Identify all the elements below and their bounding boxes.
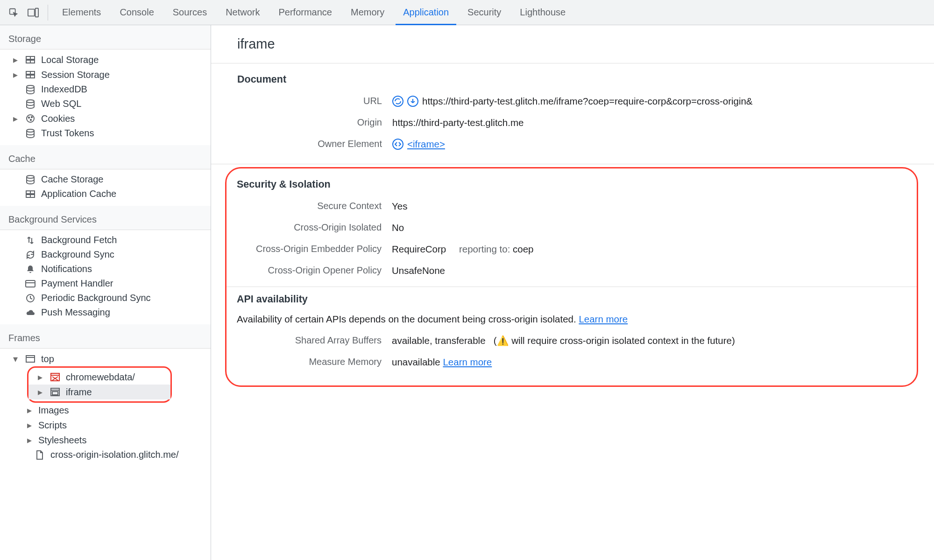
- sidebar-item-cache-storage[interactable]: Cache Storage: [4, 172, 207, 187]
- tab-security[interactable]: Security: [460, 0, 509, 25]
- value-origin: https://third-party-test.glitch.me: [392, 117, 524, 128]
- frame-images[interactable]: ▸Images: [14, 403, 207, 418]
- sidebar-item-label: Push Messaging: [41, 307, 110, 318]
- section-head-cache: Cache: [0, 145, 211, 169]
- frame-scripts[interactable]: ▸Scripts: [14, 418, 207, 433]
- sidebar-item-label: Background Sync: [41, 249, 114, 260]
- sidebar-item-websql[interactable]: Web SQL: [4, 97, 207, 111]
- value-coop: UnsafeNone: [392, 265, 445, 276]
- sidebar-item-label: Cache Storage: [41, 174, 103, 185]
- tab-performance[interactable]: Performance: [271, 0, 340, 25]
- sidebar-item-label: Images: [38, 405, 69, 416]
- security-highlight: Security & Isolation Secure ContextYes C…: [225, 167, 918, 387]
- inspect-element-icon[interactable]: [6, 5, 21, 21]
- sidebar-item-label: Notifications: [41, 264, 92, 274]
- clock-icon: [24, 294, 36, 303]
- sidebar-item-label: Payment Handler: [41, 278, 113, 289]
- window-icon: [24, 355, 36, 363]
- detail-title: iframe: [211, 25, 934, 63]
- section-heading: API availability: [237, 294, 906, 305]
- separator: [48, 5, 48, 21]
- learn-more-link[interactable]: Learn more: [443, 357, 492, 367]
- code-pill-icon[interactable]: [392, 139, 403, 150]
- document-icon: [34, 450, 46, 460]
- frame-document[interactable]: cross-origin-isolation.glitch.me/: [14, 448, 207, 462]
- sync-icon: [24, 250, 36, 259]
- database-icon: [24, 99, 36, 109]
- sidebar-item-bg-fetch[interactable]: Background Fetch: [4, 233, 207, 247]
- sidebar-item-cookies[interactable]: ▸Cookies: [4, 111, 207, 126]
- sidebar-item-indexeddb[interactable]: IndexedDB: [4, 82, 207, 97]
- sidebar-item-label: Scripts: [38, 420, 67, 431]
- label-cross-origin-isolated: Cross-Origin Isolated: [237, 222, 392, 233]
- section-heading: Security & Isolation: [237, 179, 906, 190]
- sidebar-item-label: iframe: [66, 387, 92, 398]
- sidebar-item-payment-handler[interactable]: Payment Handler: [4, 276, 207, 291]
- tab-application[interactable]: Application: [396, 0, 456, 25]
- svg-point-10: [27, 100, 34, 103]
- tab-elements[interactable]: Elements: [55, 0, 108, 25]
- svg-point-14: [30, 119, 31, 120]
- sidebar-item-label: IndexedDB: [41, 84, 87, 95]
- bell-icon: [24, 265, 36, 274]
- sidebar-item-application-cache[interactable]: Application Cache: [4, 187, 207, 201]
- sidebar-item-label: Stylesheets: [38, 435, 86, 446]
- svg-rect-20: [26, 280, 35, 287]
- application-sidebar: Storage ▸Local Storage ▸Session Storage …: [0, 25, 211, 560]
- divider: [211, 164, 934, 164]
- tab-lighthouse[interactable]: Lighthouse: [512, 0, 573, 25]
- sidebar-item-label: Local Storage: [41, 55, 99, 65]
- sidebar-item-trust-tokens[interactable]: Trust Tokens: [4, 126, 207, 140]
- owner-element-link[interactable]: <iframe>: [407, 139, 445, 150]
- section-document: Document URL https://third-party-test.gl…: [211, 63, 934, 164]
- cookie-icon: [24, 114, 36, 123]
- svg-rect-1: [28, 9, 35, 16]
- sidebar-item-periodic-sync[interactable]: Periodic Background Sync: [4, 291, 207, 305]
- frame-top[interactable]: ▾top: [4, 351, 207, 366]
- sidebar-item-label: Application Cache: [41, 189, 116, 199]
- label-coep: Cross-Origin Embedder Policy: [237, 244, 392, 254]
- svg-rect-23: [26, 356, 35, 362]
- tab-console[interactable]: Console: [112, 0, 161, 25]
- sidebar-item-bg-sync[interactable]: Background Sync: [4, 247, 207, 262]
- tab-memory[interactable]: Memory: [343, 0, 392, 25]
- section-head-bg-services: Background Services: [0, 206, 211, 230]
- storage-grid-icon: [24, 190, 36, 198]
- label-url: URL: [237, 96, 392, 106]
- label-shared-array-buffers: Shared Array Buffers: [237, 335, 392, 346]
- devtools-topbar: Elements Console Sources Network Perform…: [0, 0, 934, 25]
- paren-open: (: [494, 335, 497, 346]
- frame-chromewebdata[interactable]: ▸chromewebdata/: [28, 370, 170, 385]
- database-icon: [24, 85, 36, 94]
- storage-grid-icon: [24, 56, 36, 63]
- main-area: Storage ▸Local Storage ▸Session Storage …: [0, 25, 934, 560]
- warning-icon: ⚠️: [497, 335, 509, 346]
- download-pill-icon[interactable]: [407, 96, 418, 107]
- value-shared-array-buffers: available, transferable: [392, 335, 486, 346]
- label-coop: Cross-Origin Opener Policy: [237, 265, 392, 276]
- credit-card-icon: [24, 280, 36, 287]
- learn-more-link[interactable]: Learn more: [579, 314, 628, 324]
- sidebar-item-session-storage[interactable]: ▸Session Storage: [4, 67, 207, 82]
- sidebar-item-label: Periodic Background Sync: [41, 293, 151, 303]
- frame-stylesheets[interactable]: ▸Stylesheets: [14, 433, 207, 448]
- sidebar-item-label: Background Fetch: [41, 235, 117, 245]
- sidebar-item-push-messaging[interactable]: Push Messaging: [4, 305, 207, 320]
- sidebar-item-notifications[interactable]: Notifications: [4, 262, 207, 276]
- sidebar-item-local-storage[interactable]: ▸Local Storage: [4, 52, 207, 67]
- label-owner-element: Owner Element: [237, 139, 392, 149]
- tab-sources[interactable]: Sources: [165, 0, 214, 25]
- tab-network[interactable]: Network: [218, 0, 267, 25]
- refresh-pill-icon[interactable]: [392, 96, 403, 107]
- sidebar-item-label: cross-origin-isolation.glitch.me/: [50, 449, 179, 460]
- divider: [226, 287, 917, 287]
- iframe-icon: [49, 388, 61, 396]
- device-toolbar-icon[interactable]: [25, 5, 41, 21]
- label-origin: Origin: [237, 117, 392, 128]
- frame-iframe[interactable]: ▸iframe: [28, 385, 170, 399]
- storage-grid-icon: [24, 71, 36, 78]
- section-head-frames: Frames: [0, 324, 211, 349]
- cloud-icon: [24, 309, 36, 316]
- svg-point-13: [31, 117, 32, 118]
- value-cross-origin-isolated: No: [392, 222, 404, 233]
